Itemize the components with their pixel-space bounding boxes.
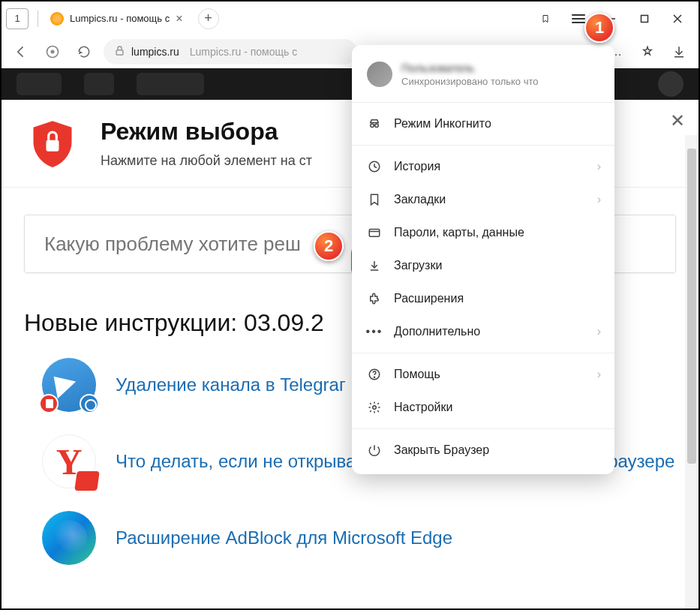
menu-history[interactable]: История ›: [352, 150, 614, 183]
chevron-right-icon: ›: [597, 193, 601, 206]
back-button[interactable]: [9, 40, 33, 64]
svg-point-5: [51, 50, 55, 54]
scrollbar-thumb[interactable]: [687, 149, 696, 464]
chevron-right-icon: ›: [597, 325, 601, 338]
download-icon: [367, 258, 382, 273]
edge-icon: [42, 511, 96, 565]
gear-icon: [367, 400, 382, 415]
lock-icon: [114, 45, 125, 59]
svg-point-11: [375, 124, 379, 128]
svg-point-19: [374, 377, 374, 377]
url-input[interactable]: lumpics.ru Lumpics.ru - помощь с: [104, 39, 357, 65]
history-icon: [367, 159, 382, 174]
feedback-icon[interactable]: [635, 40, 659, 64]
profile-sync-status: Синхронизировано только что: [401, 76, 539, 87]
trash-badge-icon: [39, 394, 59, 413]
svg-rect-14: [369, 230, 380, 237]
svg-rect-1: [641, 15, 648, 22]
article-item[interactable]: Расширение AdBlock для Microsoft Edge: [42, 511, 676, 565]
window-maximize-button[interactable]: [628, 7, 661, 31]
annotation-callout-2: 2: [314, 231, 344, 261]
favicon-icon: [50, 12, 64, 26]
tab-separator: [38, 11, 38, 27]
yandex-home-icon[interactable]: [41, 40, 65, 64]
incognito-icon: [367, 116, 382, 131]
gosuslugi-badge-icon: [74, 471, 100, 491]
svg-rect-9: [47, 140, 59, 152]
bookmark-outline-icon[interactable]: [529, 7, 562, 31]
hamburger-icon: [572, 14, 585, 23]
tab-counter[interactable]: 1: [6, 8, 29, 29]
svg-point-20: [373, 406, 377, 410]
article-title[interactable]: Удаление канала в Telegraг: [116, 372, 346, 398]
profile-name: Пользователь: [401, 62, 539, 74]
annotation-callout-1: 1: [584, 13, 614, 43]
wifi-badge-icon: [80, 394, 99, 413]
avatar-icon: [367, 62, 392, 87]
card-icon: [367, 225, 382, 240]
svg-rect-6: [116, 50, 123, 54]
menu-downloads[interactable]: Загрузки: [352, 249, 614, 282]
new-tab-button[interactable]: +: [198, 8, 219, 29]
notice-close-button[interactable]: ✕: [665, 109, 689, 133]
main-menu-dropdown: Пользователь Синхронизировано только что…: [352, 45, 614, 474]
yandex-browser-icon: Y: [42, 434, 96, 488]
menu-incognito[interactable]: Режим Инкогнито: [352, 107, 614, 140]
more-icon: •••: [367, 324, 382, 339]
puzzle-icon: [367, 291, 382, 306]
menu-bookmarks[interactable]: Закладки ›: [352, 183, 614, 216]
help-icon: [367, 367, 382, 382]
scrollbar[interactable]: [685, 135, 698, 608]
bookmarks-icon: [367, 192, 382, 207]
article-title[interactable]: Расширение AdBlock для Microsoft Edge: [116, 525, 452, 551]
menu-extensions[interactable]: Расширения: [352, 282, 614, 315]
window-close-button[interactable]: [661, 7, 694, 31]
menu-close-browser[interactable]: Закрыть Браузер: [352, 434, 614, 467]
telegram-icon: [42, 358, 96, 412]
chevron-right-icon: ›: [597, 160, 601, 173]
menu-help[interactable]: Помощь ›: [352, 358, 614, 391]
menu-more[interactable]: ••• Дополнительно ›: [352, 315, 614, 348]
downloads-button[interactable]: [667, 40, 691, 64]
url-domain: lumpics.ru: [131, 46, 179, 58]
shield-lock-icon: [27, 118, 78, 169]
browser-tab[interactable]: Lumpics.ru - помощь с ×: [43, 5, 191, 32]
url-page-title: Lumpics.ru - помощь с: [190, 46, 297, 58]
tab-title: Lumpics.ru - помощь с: [70, 13, 170, 24]
menu-passwords[interactable]: Пароли, карты, данные: [352, 216, 614, 249]
power-icon: [367, 443, 382, 458]
reload-button[interactable]: [72, 40, 96, 64]
menu-settings[interactable]: Настройки: [352, 391, 614, 424]
svg-point-10: [371, 124, 374, 128]
menu-profile[interactable]: Пользователь Синхронизировано только что: [352, 54, 614, 98]
tab-close-button[interactable]: ×: [176, 12, 182, 26]
chevron-right-icon: ›: [597, 368, 601, 381]
